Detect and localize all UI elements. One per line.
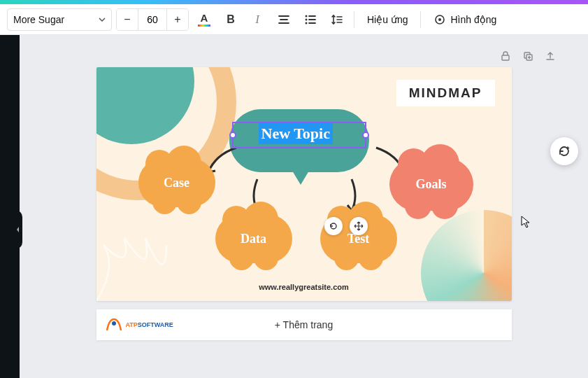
line-spacing-icon [331, 13, 343, 26]
node-case[interactable]: Case [138, 158, 215, 207]
footer-url: www.reallygreatsite.com [96, 283, 512, 291]
rotate-handle[interactable] [324, 217, 343, 235]
svg-point-2 [306, 22, 308, 24]
svg-rect-5 [502, 55, 509, 60]
upload-icon [545, 50, 556, 62]
text-color-icon: A [201, 13, 208, 23]
rotate-icon [329, 221, 338, 231]
node-goals[interactable]: Goals [389, 158, 473, 211]
regenerate-button[interactable] [550, 137, 578, 165]
workspace: MINDMAP Case [0, 35, 588, 378]
slide-canvas[interactable]: MINDMAP Case [96, 67, 512, 301]
text-color-button[interactable]: A [193, 8, 215, 31]
animate-icon [433, 13, 446, 26]
effects-button[interactable]: Hiệu ứng [360, 8, 415, 31]
bullet-list-icon [304, 13, 317, 26]
add-page-button[interactable]: ATPSOFTWARE + Thêm trang [96, 309, 512, 340]
canvas-controls [48, 49, 560, 63]
toolbar: More Sugar − + A B I Hiệu ứng Hình động [0, 4, 588, 35]
svg-point-8 [112, 321, 116, 326]
text-align-button[interactable] [273, 8, 295, 31]
align-center-icon [278, 13, 290, 26]
node-data[interactable]: Data [215, 214, 292, 263]
font-size-input[interactable] [138, 9, 167, 30]
font-size-increase-button[interactable]: + [167, 9, 188, 30]
font-family-selector[interactable]: More Sugar [7, 8, 112, 31]
canvas-area: MINDMAP Case [20, 35, 588, 378]
cursor-icon [521, 216, 531, 228]
add-page-label: + Thêm trang [275, 319, 333, 330]
font-family-value: More Sugar [13, 14, 64, 25]
refresh-plus-icon [557, 144, 571, 158]
lock-button[interactable] [499, 49, 512, 63]
lock-icon [500, 50, 511, 62]
font-size-group: − + [116, 8, 189, 31]
chevron-down-icon [99, 16, 106, 23]
bold-button[interactable]: B [220, 8, 242, 31]
export-button[interactable] [543, 49, 557, 63]
duplicate-icon [522, 50, 533, 62]
svg-point-4 [438, 18, 441, 21]
selection-handle-right[interactable] [362, 132, 369, 139]
font-size-decrease-button[interactable]: − [117, 9, 138, 30]
mindmap-title: MINDMAP [396, 80, 495, 106]
duplicate-button[interactable] [521, 49, 535, 63]
italic-button[interactable]: I [246, 8, 268, 31]
selection-handle-left[interactable] [229, 132, 236, 139]
topic-text[interactable]: New Topic [259, 123, 333, 144]
svg-point-1 [306, 18, 308, 20]
logo-icon [103, 316, 124, 333]
move-icon [354, 221, 364, 231]
svg-point-0 [306, 15, 308, 17]
watermark-logo: ATPSOFTWARE [103, 316, 173, 333]
spacing-button[interactable] [326, 8, 348, 31]
animate-button[interactable]: Hình động [426, 8, 503, 31]
left-rail [0, 35, 20, 378]
list-button[interactable] [299, 8, 322, 31]
